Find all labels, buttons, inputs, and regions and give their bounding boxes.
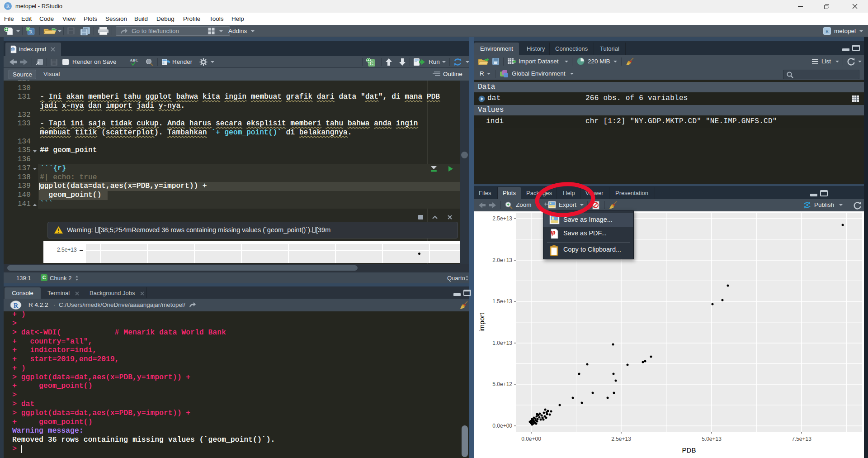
svg-text:import: import xyxy=(478,312,486,332)
svg-text:1.0e+13: 1.0e+13 xyxy=(492,340,512,346)
svg-text:ABC: ABC xyxy=(130,58,138,62)
svg-text:1.5e+13: 1.5e+13 xyxy=(492,298,512,305)
svg-text:5.0e+13: 5.0e+13 xyxy=(702,436,722,442)
svg-text:R: R xyxy=(14,302,19,309)
svg-text:2.5e+13: 2.5e+13 xyxy=(492,215,512,222)
svg-text:2.0e+13: 2.0e+13 xyxy=(492,257,512,263)
svg-text:5.0e+12: 5.0e+12 xyxy=(492,381,512,387)
svg-text:7.5e+13: 7.5e+13 xyxy=(792,436,811,442)
svg-text:0.0e+00: 0.0e+00 xyxy=(492,423,512,429)
svg-text:R: R xyxy=(826,29,829,34)
svg-text:PDB: PDB xyxy=(682,446,696,454)
svg-text:2.5e+13: 2.5e+13 xyxy=(611,436,631,442)
svg-text:0.0e+00: 0.0e+00 xyxy=(521,436,541,442)
